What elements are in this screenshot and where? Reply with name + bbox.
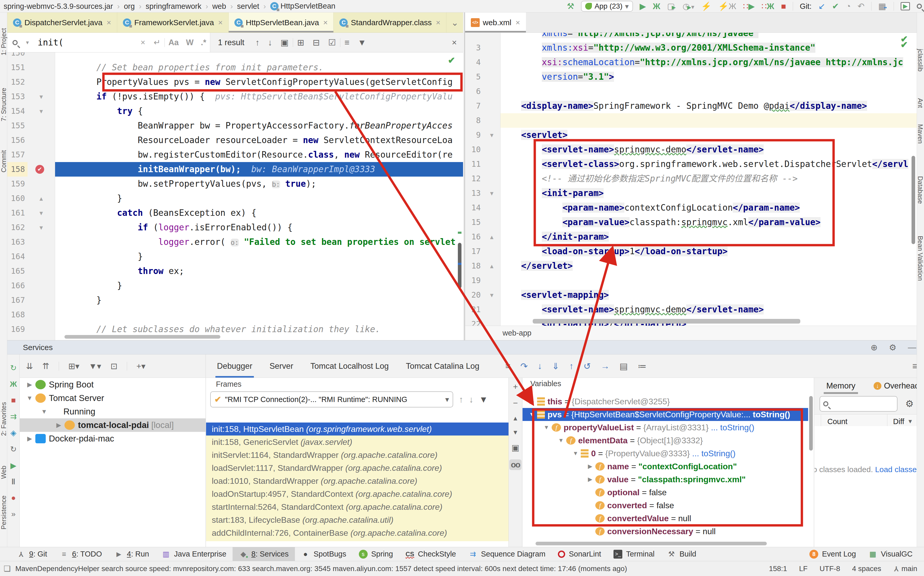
tool-window-button[interactable]: SpotBugs bbox=[295, 547, 353, 561]
tool-window-button[interactable]: Java Enterprise bbox=[156, 547, 233, 561]
gutter[interactable] bbox=[483, 40, 500, 55]
gutter[interactable] bbox=[27, 249, 55, 264]
gutter[interactable] bbox=[27, 293, 55, 307]
variable-row[interactable]: ▼ propertyValueList = {ArrayList@3331} .… bbox=[523, 421, 808, 434]
gutter[interactable] bbox=[483, 302, 500, 317]
editor-tab[interactable]: C HttpServletBean.java × bbox=[229, 13, 334, 32]
breadcrumb-item[interactable]: springframework bbox=[146, 2, 212, 11]
code-line[interactable]: 163 logger.error( o: "Failed to set bean… bbox=[7, 235, 463, 249]
memory-search-input[interactable] bbox=[820, 396, 897, 411]
line-number[interactable]: 5 bbox=[465, 70, 483, 84]
group-by-icon[interactable]: ⊞▾ bbox=[68, 361, 80, 371]
code-line[interactable]: 6 bbox=[465, 84, 917, 99]
gutter[interactable] bbox=[483, 55, 500, 70]
close-find-icon[interactable]: × bbox=[452, 38, 457, 48]
gutter[interactable] bbox=[27, 177, 55, 191]
refresh-icon[interactable]: ↻ bbox=[10, 445, 17, 454]
load-classes-link[interactable]: Load classes bbox=[875, 465, 921, 474]
debugger-tab[interactable]: Tomcat Catalina Log bbox=[404, 355, 481, 378]
line-number[interactable]: 166 bbox=[7, 278, 27, 293]
code-line[interactable]: 14 <param-name>contextConfigLocation</pa… bbox=[465, 200, 917, 215]
gutter[interactable] bbox=[27, 235, 55, 249]
whole-words-toggle[interactable]: W bbox=[186, 38, 194, 47]
code-line[interactable]: 9 <servlet> bbox=[465, 128, 917, 142]
step-out-icon[interactable]: ↑ bbox=[569, 361, 574, 371]
line-number[interactable]: 3 bbox=[465, 40, 483, 55]
code-line[interactable]: 5 version="3.1"> bbox=[465, 70, 917, 84]
pause-icon[interactable]: ‖ bbox=[11, 477, 15, 486]
debugger-tab[interactable]: Server bbox=[268, 355, 295, 378]
line-number[interactable]: 161 bbox=[7, 206, 27, 220]
code-line[interactable]: 161 catch (BeansException ex) { bbox=[7, 206, 463, 220]
gutter[interactable] bbox=[483, 317, 500, 326]
tab-memory[interactable]: Memory bbox=[826, 378, 855, 394]
git-update-icon[interactable]: ↙ bbox=[818, 1, 825, 11]
tool-window-button[interactable]: 8: Services bbox=[233, 547, 295, 561]
line-number[interactable] bbox=[465, 33, 483, 40]
code-line[interactable]: 15 <param-value>classpath:springmvc.xml<… bbox=[465, 215, 917, 230]
tool-window-button[interactable]: SonarLint bbox=[552, 547, 607, 561]
code-line[interactable]: 19 bbox=[465, 273, 917, 288]
gutter[interactable] bbox=[483, 200, 500, 215]
close-icon[interactable]: × bbox=[106, 18, 111, 27]
select-all-occurrences-icon[interactable]: ▣ bbox=[281, 37, 289, 48]
expand-arrow-icon[interactable]: ▶ bbox=[53, 421, 64, 429]
tool-window-stripe-button[interactable]: Maven bbox=[916, 124, 924, 144]
search-options-icon[interactable]: ≡ bbox=[345, 38, 350, 48]
tool-window-stripe-button[interactable]: Web bbox=[0, 466, 8, 479]
project-structure-icon[interactable]: ▦▪▪ bbox=[878, 1, 887, 11]
resume-icon[interactable]: ▶ bbox=[10, 461, 16, 470]
search-input[interactable]: init( bbox=[38, 37, 136, 48]
match-case-toggle[interactable]: Aa bbox=[168, 38, 179, 47]
expand-arrow-icon[interactable]: ▶ bbox=[24, 381, 35, 388]
gutter[interactable] bbox=[27, 162, 55, 177]
code-line[interactable]: 152 PropertyValues pvs = new ServletConf… bbox=[7, 75, 463, 90]
line-number[interactable]: 15 bbox=[465, 215, 483, 230]
scrollbar-thumb[interactable] bbox=[911, 156, 915, 244]
tool-window-stripe-button[interactable]: Ant bbox=[916, 98, 924, 108]
regex-toggle[interactable]: .* bbox=[201, 38, 206, 47]
gutter[interactable] bbox=[483, 186, 500, 200]
layout-menu-icon[interactable]: ≡ bbox=[505, 361, 510, 371]
status-widget[interactable]: UTF-8 bbox=[820, 565, 840, 573]
expand-arrow-icon[interactable]: ▼ bbox=[38, 408, 50, 415]
line-number[interactable]: 165 bbox=[7, 264, 27, 278]
frame-row[interactable]: initServlet:1164, StandardWrapper (org.a… bbox=[206, 448, 509, 461]
gear-icon[interactable]: ⚙ bbox=[905, 398, 914, 409]
code-line[interactable]: 10 <servlet-name>springmvc-demo</servlet… bbox=[465, 142, 917, 157]
line-number[interactable]: 151 bbox=[7, 60, 27, 75]
gutter[interactable] bbox=[483, 171, 500, 186]
code-line[interactable]: 156 ResourceLoader resourceLoader = new … bbox=[7, 133, 463, 147]
rerun-icon[interactable]: ↻ bbox=[10, 363, 17, 373]
frame-row[interactable]: loadServlet:1117, StandardWrapper (org.a… bbox=[206, 461, 509, 474]
scrollbar-thumb[interactable] bbox=[458, 243, 462, 288]
code-line[interactable]: 151 // Set bean properties from init par… bbox=[7, 60, 463, 75]
close-icon[interactable]: × bbox=[436, 18, 441, 27]
add-service-icon[interactable]: +▾ bbox=[136, 361, 146, 371]
tool-window-stripe-button[interactable]: Persistence bbox=[0, 496, 8, 530]
gutter[interactable] bbox=[27, 220, 55, 235]
tab-overflow-chevron-icon[interactable]: ⌄ bbox=[446, 18, 463, 28]
tool-window-stripe-button[interactable]: Database bbox=[916, 176, 924, 204]
line-number[interactable]: 8 bbox=[465, 113, 483, 128]
gutter[interactable] bbox=[27, 307, 55, 322]
code-line[interactable]: 153 if (!pvs.isEmpty()) { pvs: HttpServl… bbox=[7, 90, 463, 104]
gutter[interactable] bbox=[27, 60, 55, 75]
tree-row[interactable]: ▼ Tomcat Server bbox=[20, 391, 205, 405]
expand-arrow-icon[interactable]: ▼ bbox=[24, 394, 35, 402]
lightning-icon[interactable]: ⚡ bbox=[701, 1, 711, 11]
search-history-chevron-icon[interactable]: ▾ bbox=[26, 39, 29, 46]
add-occurrence-icon[interactable]: ⊞ bbox=[297, 37, 305, 48]
hscrollbar-thumb[interactable] bbox=[64, 335, 220, 339]
frame-row[interactable]: addChildInternal:726, ContainerBase (org… bbox=[206, 526, 509, 539]
filter-occurrence-icon[interactable]: ☑ bbox=[328, 37, 336, 48]
variable-row[interactable]: conversionNecessary = null bbox=[523, 525, 808, 538]
hscrollbar-thumb[interactable] bbox=[536, 542, 767, 546]
gutter[interactable] bbox=[483, 215, 500, 230]
line-number[interactable]: 11 bbox=[465, 157, 483, 171]
more-icon[interactable]: » bbox=[11, 509, 16, 518]
code-line[interactable]: 16 </init-param> bbox=[465, 230, 917, 244]
git-branch-widget[interactable]: main bbox=[893, 564, 917, 573]
line-number[interactable]: 7 bbox=[465, 99, 483, 113]
hide-frames-filter-icon[interactable]: ▼ bbox=[479, 394, 488, 405]
